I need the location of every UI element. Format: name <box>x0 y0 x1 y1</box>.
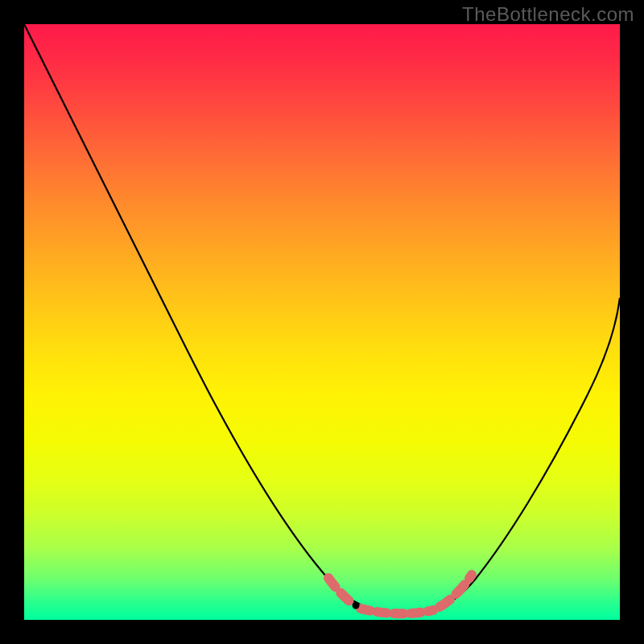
watermark-text: TheBottleneck.com <box>462 3 634 26</box>
highlight-bottom-flat <box>361 609 433 613</box>
plot-area <box>24 24 620 620</box>
highlight-left-arc <box>328 578 353 604</box>
curve-svg <box>24 24 620 620</box>
curve-marker-dot <box>353 602 360 609</box>
bottleneck-curve <box>24 24 620 613</box>
highlight-right-arc <box>440 575 472 607</box>
chart-frame: TheBottleneck.com <box>0 0 644 644</box>
